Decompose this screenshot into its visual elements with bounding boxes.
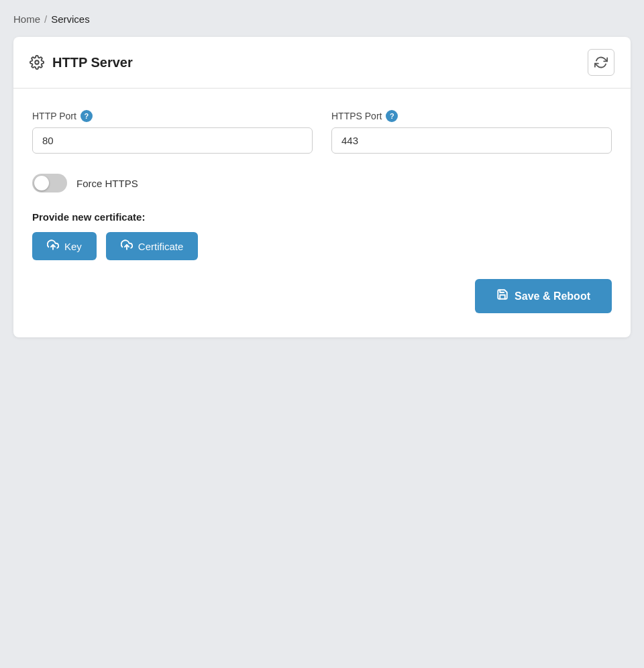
save-reboot-button[interactable]: Save & Reboot xyxy=(475,279,612,313)
force-https-toggle[interactable] xyxy=(32,174,67,192)
save-reboot-icon xyxy=(496,288,508,304)
certificate-buttons: Key Certificate xyxy=(32,232,612,260)
force-https-label: Force HTTPS xyxy=(76,178,138,189)
gear-icon xyxy=(30,55,44,70)
key-upload-button[interactable]: Key xyxy=(32,232,97,260)
refresh-icon xyxy=(594,56,608,69)
breadcrumb-current: Services xyxy=(51,13,90,25)
card-header: HTTP Server xyxy=(13,37,631,89)
refresh-button[interactable] xyxy=(588,49,614,76)
certificate-button-label: Certificate xyxy=(138,241,184,252)
toggle-track xyxy=(32,174,67,192)
https-port-help-icon[interactable]: ? xyxy=(386,110,398,122)
certificate-section: Provide new certificate: Key xyxy=(32,211,612,260)
force-https-row: Force HTTPS xyxy=(32,174,612,192)
card-title: HTTP Server xyxy=(52,55,133,70)
http-server-card: HTTP Server HTTP Port ? xyxy=(13,37,631,337)
key-upload-icon xyxy=(47,239,59,254)
card-header-left: HTTP Server xyxy=(30,55,133,70)
actions-row: Save & Reboot xyxy=(32,279,612,313)
cert-upload-icon xyxy=(121,239,133,254)
key-button-label: Key xyxy=(64,241,82,252)
https-port-input[interactable] xyxy=(331,127,612,154)
svg-point-0 xyxy=(35,60,39,64)
certificate-section-title: Provide new certificate: xyxy=(32,211,612,223)
certificate-upload-button[interactable]: Certificate xyxy=(106,232,199,260)
https-port-group: HTTPS Port ? xyxy=(331,110,612,154)
http-port-help-icon[interactable]: ? xyxy=(80,110,93,122)
breadcrumb-separator: / xyxy=(44,13,47,25)
https-port-label: HTTPS Port ? xyxy=(331,110,612,122)
save-reboot-label: Save & Reboot xyxy=(515,290,590,302)
breadcrumb: Home / Services xyxy=(13,13,631,25)
card-body: HTTP Port ? HTTPS Port ? xyxy=(13,89,631,337)
http-port-input[interactable] xyxy=(32,127,313,154)
http-port-group: HTTP Port ? xyxy=(32,110,313,154)
toggle-thumb xyxy=(34,176,49,190)
breadcrumb-home[interactable]: Home xyxy=(13,13,40,25)
ports-row: HTTP Port ? HTTPS Port ? xyxy=(32,110,612,154)
http-port-label: HTTP Port ? xyxy=(32,110,313,122)
